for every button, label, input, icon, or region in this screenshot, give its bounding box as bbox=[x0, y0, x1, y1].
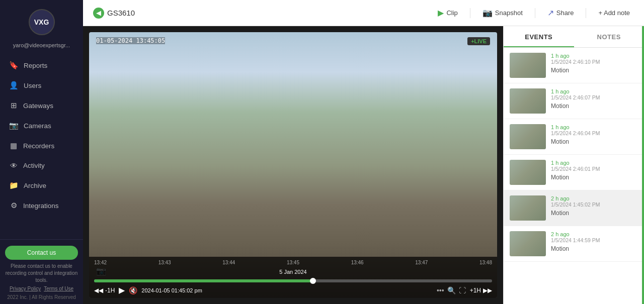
sidebar-item-label: Activity bbox=[23, 162, 45, 169]
timeline-time-label: 13:43 bbox=[158, 260, 171, 265]
event-time-ago: 2 h ago bbox=[551, 195, 638, 201]
tab-events[interactable]: EVENTS bbox=[504, 26, 574, 47]
event-type: Motion bbox=[551, 67, 638, 74]
contact-button[interactable]: Contact us bbox=[5, 246, 78, 260]
share-label: Share bbox=[556, 9, 574, 17]
privacy-policy-link[interactable]: Privacy Policy bbox=[10, 286, 41, 291]
add-note-label: + Add note bbox=[598, 9, 630, 17]
event-time-ago: 1 h ago bbox=[551, 160, 638, 166]
sidebar: VXG yaro@videoexpertsgr... 🔖Reports👤User… bbox=[0, 0, 83, 304]
sidebar-item-recorders[interactable]: ▦Recorders bbox=[0, 136, 83, 156]
sidebar-item-archive[interactable]: 📁Archive bbox=[0, 175, 83, 195]
event-info: 1 h ago 1/5/2024 2:46:04 PM Motion bbox=[551, 124, 638, 149]
terms-of-use-link[interactable]: Terms of Use bbox=[44, 286, 73, 291]
play-button[interactable]: ▶ bbox=[119, 285, 125, 295]
zoom-icon[interactable]: 🔍 bbox=[447, 286, 456, 294]
sidebar-item-label: Gateways bbox=[23, 102, 53, 110]
event-thumbnail bbox=[510, 195, 546, 221]
reports-icon: 🔖 bbox=[9, 61, 19, 70]
sidebar-bottom: Contact us Please contact us to enable r… bbox=[0, 239, 83, 304]
snapshot-icon: 📷 bbox=[482, 8, 493, 18]
side-panel-indicator bbox=[642, 26, 644, 304]
back-icon: ◀ bbox=[93, 8, 104, 19]
timeline-track[interactable] bbox=[94, 279, 492, 282]
skip-back-button[interactable]: ◀◀ -1H bbox=[94, 287, 115, 294]
tab-notes[interactable]: NOTES bbox=[574, 26, 645, 47]
event-time-ago: 2 h ago bbox=[551, 231, 638, 237]
event-datetime: 1/5/2024 1:45:02 PM bbox=[551, 201, 638, 208]
event-thumbnail bbox=[510, 124, 546, 149]
video-area: 01-05-2024 13:45:05 +LIVE 📷 13:4213:4313… bbox=[83, 26, 503, 304]
event-datetime: 1/5/2024 1:44:59 PM bbox=[551, 237, 638, 243]
sidebar-item-label: Cameras bbox=[24, 122, 51, 130]
event-time-ago: 1 h ago bbox=[551, 124, 638, 130]
timeline-thumb bbox=[310, 278, 316, 284]
fullscreen-icon[interactable]: ⛶ bbox=[459, 286, 466, 294]
sidebar-item-users[interactable]: 👤Users bbox=[0, 75, 83, 95]
content-area: 01-05-2024 13:45:05 +LIVE 📷 13:4213:4313… bbox=[83, 26, 644, 304]
event-thumbnail bbox=[510, 231, 546, 256]
cameras-icon: 📷 bbox=[9, 121, 19, 130]
sidebar-item-label: Reports bbox=[24, 62, 47, 69]
sidebar-logo: VXG bbox=[0, 0, 83, 40]
camera-name: GS3610 bbox=[107, 9, 135, 17]
timeline-progress bbox=[94, 279, 313, 282]
users-icon: 👤 bbox=[9, 81, 19, 90]
event-item[interactable]: 1 h ago 1/5/2024 2:46:07 PM Motion bbox=[504, 83, 644, 119]
video-controls: 13:4213:4313:4413:4513:4613:4713:48 5 Ja… bbox=[89, 257, 497, 298]
divider-2 bbox=[535, 8, 535, 18]
sidebar-item-integrations[interactable]: ⚙Integrations bbox=[0, 195, 83, 216]
side-panel: EVENTS NOTES 1 h ago 1/5/2024 2:46:10 PM… bbox=[503, 26, 644, 304]
recorders-icon: ▦ bbox=[9, 141, 18, 150]
integrations-icon: ⚙ bbox=[9, 201, 18, 210]
add-note-button[interactable]: + Add note bbox=[594, 7, 634, 19]
sidebar-nav: 🔖Reports👤Users⊞Gateways📷Cameras▦Recorder… bbox=[0, 55, 83, 239]
share-button[interactable]: ↗ Share bbox=[543, 6, 578, 20]
event-info: 2 h ago 1/5/2024 1:45:02 PM Motion bbox=[551, 195, 638, 221]
sidebar-item-label: Users bbox=[24, 82, 41, 89]
event-item[interactable]: 2 h ago 1/5/2024 1:44:59 PM Motion bbox=[504, 226, 644, 262]
timeline-time-label: 13:46 bbox=[351, 260, 364, 265]
event-item[interactable]: 1 h ago 1/5/2024 2:46:01 PM Motion bbox=[504, 155, 644, 190]
timeline-time-label: 13:47 bbox=[415, 260, 428, 265]
gateways-icon: ⊞ bbox=[9, 101, 18, 110]
events-list: 1 h ago 1/5/2024 2:46:10 PM Motion 1 h a… bbox=[504, 48, 644, 304]
event-item[interactable]: 1 h ago 1/5/2024 2:46:04 PM Motion bbox=[504, 119, 644, 155]
vxg-logo: VXG bbox=[29, 9, 55, 35]
event-item[interactable]: 2 h ago 1/5/2024 1:45:02 PM Motion bbox=[504, 190, 644, 226]
event-info: 1 h ago 1/5/2024 2:46:07 PM Motion bbox=[551, 88, 638, 114]
sidebar-item-gateways[interactable]: ⊞Gateways bbox=[0, 95, 83, 116]
sidebar-item-reports[interactable]: 🔖Reports bbox=[0, 55, 83, 75]
sidebar-item-cameras[interactable]: 📷Cameras bbox=[0, 116, 83, 136]
share-icon: ↗ bbox=[547, 8, 554, 18]
event-info: 2 h ago 1/5/2024 1:44:59 PM Motion bbox=[551, 231, 638, 256]
event-type: Motion bbox=[551, 174, 638, 181]
timeline-labels: 13:4213:4313:4413:4513:4613:4713:48 bbox=[94, 260, 492, 265]
sidebar-user-email: yaro@videoexpertsgr... bbox=[0, 40, 83, 55]
clip-button[interactable]: ▶ Clip bbox=[434, 6, 461, 20]
event-thumbnail bbox=[510, 160, 546, 185]
extra-controls: ••• 🔍 ⛶ bbox=[437, 286, 466, 294]
more-icon[interactable]: ••• bbox=[437, 286, 444, 294]
skip-fwd-button[interactable]: +1H ▶▶ bbox=[470, 287, 492, 294]
sidebar-note: Please contact us to enable recording co… bbox=[5, 263, 78, 284]
tab-bar: EVENTS NOTES bbox=[504, 26, 644, 48]
snapshot-button[interactable]: 📷 Snapshot bbox=[478, 6, 527, 20]
event-datetime: 1/5/2024 2:46:10 PM bbox=[551, 59, 638, 65]
main-content: ◀ GS3610 ▶ Clip 📷 Snapshot ↗ Share + Add… bbox=[83, 0, 644, 304]
copyright-text: 2022 Inc. | All Rights Reserved bbox=[5, 294, 78, 300]
timeline-time-label: 13:48 bbox=[479, 260, 492, 265]
topbar: ◀ GS3610 ▶ Clip 📷 Snapshot ↗ Share + Add… bbox=[83, 0, 644, 26]
mute-button[interactable]: 🔇 bbox=[129, 286, 137, 294]
event-datetime: 1/5/2024 2:46:04 PM bbox=[551, 130, 638, 136]
snapshot-label: Snapshot bbox=[495, 9, 523, 17]
back-button[interactable]: ◀ GS3610 bbox=[93, 8, 135, 19]
sidebar-item-activity[interactable]: 👁Activity bbox=[0, 156, 83, 175]
video-player[interactable]: 01-05-2024 13:45:05 +LIVE 📷 13:4213:4313… bbox=[89, 32, 497, 298]
event-thumbnail bbox=[510, 88, 546, 114]
activity-icon: 👁 bbox=[9, 161, 18, 170]
divider-3 bbox=[586, 8, 586, 18]
event-time-ago: 1 h ago bbox=[551, 88, 638, 94]
sidebar-item-label: Integrations bbox=[23, 202, 59, 210]
event-item[interactable]: 1 h ago 1/5/2024 2:46:10 PM Motion bbox=[504, 48, 644, 83]
